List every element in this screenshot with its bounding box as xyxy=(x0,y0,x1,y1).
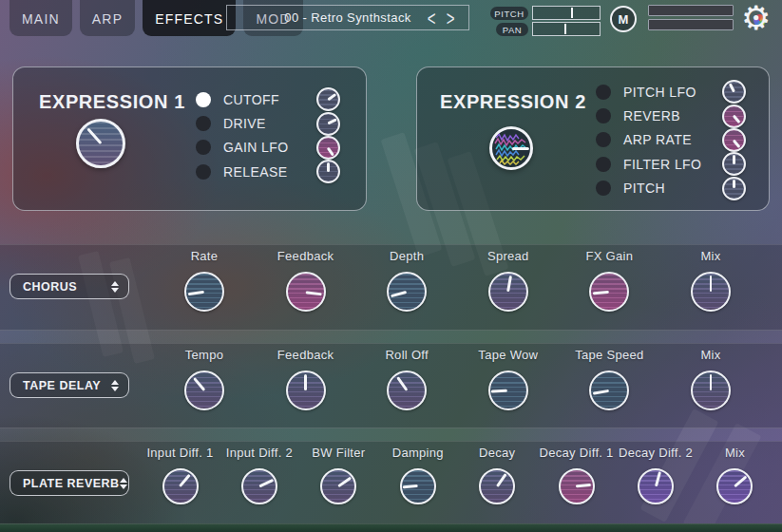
tab-main[interactable]: MAIN xyxy=(10,0,72,36)
param-knob[interactable] xyxy=(241,468,277,504)
expression-2-main-knob[interactable] xyxy=(489,126,533,170)
target-radio[interactable] xyxy=(196,140,211,155)
target-radio[interactable] xyxy=(596,157,611,172)
preset-name: 00 - Retro Synthstack xyxy=(284,10,410,25)
param-knob[interactable] xyxy=(691,370,731,410)
preset-selector[interactable]: 00 - Retro Synthstack < > xyxy=(226,5,469,30)
knob-pointer xyxy=(511,147,528,150)
param-knob[interactable] xyxy=(488,370,528,410)
settings-button[interactable]: ⚙ xyxy=(741,0,777,40)
fx-row-chorus: CHORUS RateFeedbackDepthSpreadFX GainMix xyxy=(0,244,782,331)
effect-selector-label: PLATE REVERB xyxy=(23,477,120,490)
effect-selector-plate-reverb[interactable]: PLATE REVERB xyxy=(10,470,129,496)
expression-2-panel: EXPRESSION 2 PITCH LFOREVERBARP RATEFILT… xyxy=(416,66,770,211)
fx-row-tape-delay: TAPE DELAY TempoFeedbackRoll OffTape Wow… xyxy=(0,343,782,428)
param-label: Tape Speed xyxy=(575,348,643,362)
param-column: Tempo xyxy=(157,344,252,428)
target-radio[interactable] xyxy=(596,180,611,196)
tab-arp[interactable]: ARP xyxy=(80,0,135,36)
knob-pointer xyxy=(733,155,735,164)
target-knob[interactable] xyxy=(722,128,746,152)
target-knob[interactable] xyxy=(316,87,340,111)
knob-pointer xyxy=(403,485,418,489)
param-knob[interactable] xyxy=(691,272,731,312)
effect-selector-chorus[interactable]: CHORUS xyxy=(10,274,129,299)
knob-pointer xyxy=(305,291,322,295)
knob-pointer xyxy=(327,162,330,172)
param-knob[interactable] xyxy=(387,370,427,410)
knob-pointer xyxy=(734,115,741,124)
mute-button[interactable]: M xyxy=(610,6,637,32)
param-column: BW Filter xyxy=(299,442,378,525)
knob-pointer xyxy=(338,477,352,487)
expression-target-row: DRIVE xyxy=(196,111,340,135)
param-label: Damping xyxy=(392,446,444,460)
expression-2-title: EXPRESSION 2 xyxy=(440,91,586,113)
target-knob[interactable] xyxy=(316,112,340,136)
param-knob[interactable] xyxy=(184,370,224,410)
param-knob[interactable] xyxy=(162,468,199,504)
knob-pointer xyxy=(396,376,408,391)
pitch-slider-indicator xyxy=(571,8,573,18)
pan-slider[interactable] xyxy=(532,22,601,36)
param-knob[interactable] xyxy=(184,272,224,312)
param-column: FX Gain xyxy=(562,245,657,330)
target-label: CUTOFF xyxy=(223,92,279,107)
target-radio[interactable] xyxy=(596,85,611,100)
pitch-slider[interactable] xyxy=(532,6,601,20)
knob-pointer xyxy=(507,276,513,293)
param-label: Rate xyxy=(191,249,219,263)
param-column: Tape Wow xyxy=(461,344,556,428)
param-knob[interactable] xyxy=(286,272,326,312)
effect-selector-label: TAPE DELAY xyxy=(23,379,111,392)
param-label: Feedback xyxy=(277,249,334,263)
param-knob[interactable] xyxy=(320,468,356,504)
param-knob[interactable] xyxy=(559,468,595,504)
knob-pointer xyxy=(593,291,610,294)
expression-target-row: PITCH xyxy=(596,177,746,200)
expression-1-main-knob[interactable] xyxy=(76,119,125,168)
param-label: Tape Wow xyxy=(478,348,538,362)
target-knob[interactable] xyxy=(722,104,746,128)
param-knob[interactable] xyxy=(589,370,629,410)
param-knob[interactable] xyxy=(638,468,674,504)
effect-selector-tape-delay[interactable]: TAPE DELAY xyxy=(10,372,129,398)
knob-pointer xyxy=(327,147,334,156)
target-radio[interactable] xyxy=(596,108,611,124)
target-knob[interactable] xyxy=(316,160,340,183)
param-knob[interactable] xyxy=(488,272,528,312)
target-radio[interactable] xyxy=(196,116,211,131)
knob-pointer xyxy=(328,93,336,101)
preset-next-icon[interactable]: > xyxy=(447,7,455,30)
bottom-strip xyxy=(0,523,782,532)
param-label: Mix xyxy=(700,348,720,362)
param-knob[interactable] xyxy=(716,468,753,504)
param-column: Decay Diff. 2 xyxy=(617,442,696,525)
target-radio[interactable] xyxy=(196,164,211,180)
knob-pointer xyxy=(391,291,408,297)
target-knob[interactable] xyxy=(316,136,340,160)
expression-target-row: PITCH LFO xyxy=(596,80,746,104)
target-label: RELEASE xyxy=(223,164,287,180)
expression-target-row: FILTER LFO xyxy=(596,152,746,176)
param-knob[interactable] xyxy=(400,468,436,504)
param-knob[interactable] xyxy=(387,272,427,312)
param-column: Input Diff. 1 xyxy=(141,442,219,525)
target-label: REVERB xyxy=(623,108,680,124)
header-bar: MAINARPEFFECTSMOD 00 - Retro Synthstack … xyxy=(0,0,782,43)
target-knob[interactable] xyxy=(722,80,746,104)
preset-prev-icon[interactable]: < xyxy=(428,7,436,30)
plugin-window: MAINARPEFFECTSMOD 00 - Retro Synthstack … xyxy=(0,0,782,532)
target-radio[interactable] xyxy=(196,92,211,107)
tab-effects[interactable]: EFFECTS xyxy=(143,0,236,36)
plate-reverb-params: Input Diff. 1Input Diff. 2BW FilterDampi… xyxy=(141,442,774,525)
param-knob[interactable] xyxy=(589,272,629,312)
target-knob[interactable] xyxy=(722,152,746,176)
expression-1-title: EXPRESSION 1 xyxy=(39,91,185,113)
expression-target-row: ARP RATE xyxy=(596,128,746,152)
target-radio[interactable] xyxy=(596,132,611,147)
param-knob[interactable] xyxy=(286,370,326,410)
target-label: DRIVE xyxy=(223,116,266,131)
target-knob[interactable] xyxy=(722,177,746,200)
param-knob[interactable] xyxy=(479,468,515,504)
